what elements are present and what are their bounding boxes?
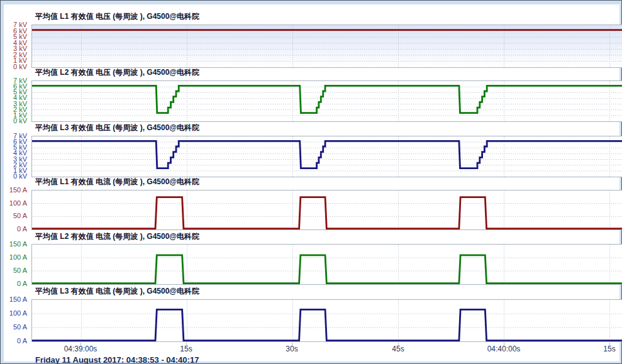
y-axis-labels-l3-current: 150 A100 A50 A0 A [4,299,29,341]
waveform-trace [32,141,622,168]
y-tick-label: 100 A [9,199,27,207]
x-tick-label: 45s [370,345,426,353]
y-tick-label: 150 A [9,295,27,303]
plot-area-l1-voltage[interactable] [31,25,622,68]
y-axis-labels-l3-voltage: 7 kV6 kV5 kV4 kV3 kV2 kV1 kV0 kV [4,136,29,176]
y-axis-labels-l2-voltage: 7 kV6 kV5 kV4 kV3 kV2 kV1 kV0 kV [4,80,29,121]
y-tick-label: 0 kV [13,63,27,70]
waveform-svg [32,136,622,177]
waveform-svg [32,25,622,67]
waveform-trace [32,309,622,340]
chart-title-l2-current: 平均值 L2 有效值 电流 (每周波 ), G4500@电科院 [35,231,199,241]
y-tick-label: 0 kV [13,117,27,124]
y-tick-label: 100 A [9,253,27,261]
x-tick-label: 04:40:00s [475,345,532,353]
y-axis-labels-l1-voltage: 7 kV6 kV5 kV4 kV3 kV2 kV1 kV0 kV [4,25,29,67]
x-tick-label: 30s [264,345,320,353]
status-bar-time-range: Friday 11 August 2017: 04:38:53 - 04:40:… [35,355,199,364]
chart-title-l2-voltage: 平均值 L2 有效值 电压 (每周波 ), G4500@电科院 [35,67,199,77]
chart-title-l3-voltage: 平均值 L3 有效值 电压 (每周波 ), G4500@电科院 [35,123,199,133]
y-tick-label: 0 A [17,225,27,233]
y-tick-label: 50 A [13,267,27,274]
chart-title-l3-current: 平均值 L3 有效值 电流 (每周波 ), G4500@电科院 [35,286,199,296]
y-axis-labels-l2-current: 150 A100 A50 A0 A [4,244,29,284]
plot-area-l3-voltage[interactable] [31,136,622,177]
x-tick-label: 15s [158,345,214,353]
waveform-svg [32,245,622,284]
y-tick-label: 100 A [9,309,27,317]
y-tick-label: 150 A [9,186,27,194]
plot-area-l1-current[interactable] [31,190,622,230]
x-tick-label: 04:39:00s [52,345,109,353]
waveform-svg [32,81,622,121]
y-tick-label: 0 A [17,280,27,287]
plot-area-l3-current[interactable] [31,299,622,342]
waveform-trace [32,197,622,229]
y-axis-labels-l1-current: 150 A100 A50 A0 A [4,190,29,229]
y-tick-label: 50 A [13,323,27,331]
waveform-svg [32,300,622,341]
chart-title-l1-voltage: 平均值 L1 有效值 电压 (每周波 ), G4500@电科院 [35,11,199,21]
y-tick-label: 0 kV [13,172,27,180]
waveform-trace [32,255,622,284]
plot-area-l2-voltage[interactable] [31,80,622,122]
x-tick-label: 15s [581,345,622,353]
time-axis: 04:39:00s15s30s45s04:40:00s15s [4,343,622,354]
waveform-viewer-content: 平均值 L1 有效值 电压 (每周波 ), G4500@电科院 7 kV6 kV… [4,4,619,361]
chart-title-l1-current: 平均值 L1 有效值 电流 (每周波 ), G4500@电科院 [35,177,199,187]
y-tick-label: 150 A [9,240,27,248]
plot-area-l2-current[interactable] [31,244,622,285]
y-tick-label: 50 A [13,212,27,219]
waveform-svg [32,190,622,229]
waveform-trace [32,85,622,113]
window-frame: 平均值 L1 有效值 电压 (每周波 ), G4500@电科院 7 kV6 kV… [0,0,622,364]
